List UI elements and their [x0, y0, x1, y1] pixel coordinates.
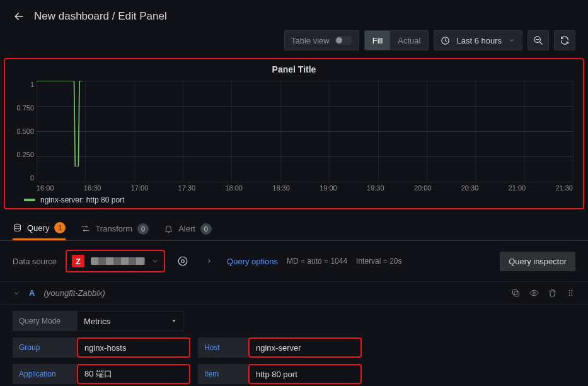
datasource-row: Data source Z Query options MD = auto = …: [0, 241, 588, 281]
x-tick: 21:00: [509, 184, 526, 192]
panel-title: Panel Title: [11, 63, 577, 81]
host-input[interactable]: nginx-server: [248, 337, 362, 358]
actual-option[interactable]: Actual: [390, 31, 428, 50]
tab-transform[interactable]: Transform 0: [81, 222, 149, 240]
x-tick: 19:00: [320, 184, 337, 192]
back-button[interactable]: [13, 10, 25, 23]
meta-md: MD = auto = 1044: [287, 257, 347, 266]
duplicate-icon[interactable]: [511, 288, 521, 298]
datasource-label: Data source: [13, 257, 57, 266]
collapse-toggle[interactable]: [13, 290, 20, 297]
query-config: Query Mode Metrics Group nginx-hosts Hos…: [0, 305, 588, 386]
chevron-right-icon: [206, 258, 212, 264]
x-tick: 16:30: [84, 184, 101, 192]
query-row-header: A (youngfit-Zabbix): [0, 281, 588, 305]
tab-alert[interactable]: Alert 0: [164, 222, 212, 240]
refresh-icon: [560, 35, 570, 45]
chevron-down-icon: [151, 257, 159, 265]
tab-transform-label: Transform: [95, 224, 132, 233]
x-tick: 17:00: [131, 184, 149, 192]
host-label[interactable]: Host: [198, 337, 248, 358]
datasource-settings-button[interactable]: [174, 252, 192, 270]
caret-down-icon: [171, 318, 177, 324]
chart-area[interactable]: 1 0.750 0.500 0.250 0: [37, 81, 573, 182]
refresh-button[interactable]: [554, 30, 575, 50]
drag-handle-icon[interactable]: [566, 288, 575, 298]
chart-y-axis: 1 0.750 0.500 0.250 0: [11, 81, 34, 182]
tab-alert-label: Alert: [178, 224, 195, 233]
breadcrumb: New dashboard / Edit Panel: [34, 10, 167, 23]
chart-legend[interactable]: nginx-server: http 80 port: [24, 196, 577, 204]
y-tick: 0.750: [11, 104, 34, 112]
chart-line: [37, 81, 573, 167]
x-tick: 17:30: [178, 184, 196, 192]
application-input[interactable]: 80 端口: [77, 364, 190, 384]
tab-transform-count: 0: [137, 223, 149, 235]
svg-rect-6: [513, 290, 518, 295]
time-range-picker[interactable]: Last 6 hours: [434, 30, 522, 50]
query-options-link[interactable]: Query options: [227, 257, 278, 266]
svg-point-3: [178, 257, 187, 266]
x-tick: 18:30: [272, 184, 290, 192]
y-tick: 0.500: [11, 127, 34, 135]
fill-actual-segment: Fill Actual: [364, 30, 429, 50]
datasource-name-redacted: [91, 257, 145, 265]
query-inspector-button[interactable]: Query inspector: [500, 252, 575, 271]
query-ref-id[interactable]: A: [29, 288, 35, 298]
x-tick: 20:00: [414, 184, 432, 192]
x-tick: 21:30: [555, 184, 573, 192]
x-tick: 20:30: [461, 184, 479, 192]
item-input[interactable]: http 80 port: [248, 364, 362, 384]
editor-tabs: Query 1 Transform 0 Alert 0: [0, 209, 588, 241]
group-label[interactable]: Group: [13, 337, 77, 358]
svg-point-12: [569, 295, 570, 296]
chart-x-axis: 16:00 16:30 17:00 17:30 18:00 18:30 19:0…: [37, 184, 573, 192]
eye-icon[interactable]: [529, 288, 539, 298]
legend-swatch-icon: [24, 199, 35, 201]
y-tick: 0.250: [11, 151, 34, 158]
database-icon: [13, 223, 22, 233]
zabbix-logo-icon: Z: [72, 255, 84, 267]
y-tick: 1: [11, 81, 34, 88]
x-tick: 18:00: [225, 184, 243, 192]
svg-point-8: [569, 290, 570, 291]
clock-icon: [441, 36, 450, 45]
y-tick: 0: [11, 174, 34, 182]
time-range-label: Last 6 hours: [456, 36, 502, 45]
tab-alert-count: 0: [200, 223, 212, 235]
panel-preview: Panel Title 1 0.750 0.500 0.250 0: [4, 58, 584, 209]
table-view-label: Table view: [291, 36, 330, 45]
group-input[interactable]: nginx-hosts: [77, 337, 190, 358]
application-label[interactable]: Application: [13, 364, 77, 384]
datasource-picker[interactable]: Z: [66, 250, 165, 272]
item-label[interactable]: Item: [198, 364, 248, 384]
svg-point-10: [569, 293, 570, 294]
svg-point-9: [571, 290, 572, 291]
x-tick: 19:30: [367, 184, 384, 192]
chart-plot: [37, 81, 573, 182]
bell-icon: [164, 224, 173, 233]
svg-point-13: [571, 295, 572, 296]
query-mode-select[interactable]: Metrics: [77, 311, 184, 331]
query-mode-label: Query Mode: [13, 311, 77, 331]
table-view-toggle[interactable]: Table view: [284, 30, 359, 50]
tab-query[interactable]: Query 1: [13, 222, 66, 240]
svg-rect-5: [514, 291, 519, 296]
tab-query-count: 1: [54, 222, 66, 233]
zoom-out-icon: [533, 35, 543, 45]
query-mode-value: Metrics: [84, 317, 110, 326]
query-row-actions: [511, 288, 575, 298]
svg-point-2: [14, 224, 21, 226]
transform-icon: [81, 224, 90, 233]
fill-option[interactable]: Fill: [365, 31, 391, 50]
x-tick: 16:00: [37, 184, 54, 192]
query-options-meta: MD = auto = 1044 Interval = 20s: [287, 257, 401, 266]
trash-icon[interactable]: [548, 288, 557, 298]
toggle-switch-icon: [335, 36, 352, 45]
query-name: (youngfit-Zabbix): [43, 288, 105, 298]
panel-toolbar: Table view Fill Actual Last 6 hours: [0, 30, 588, 58]
zoom-out-button[interactable]: [527, 30, 549, 50]
query-options-expand[interactable]: [200, 252, 218, 270]
svg-point-11: [571, 293, 572, 294]
meta-interval: Interval = 20s: [356, 257, 401, 266]
